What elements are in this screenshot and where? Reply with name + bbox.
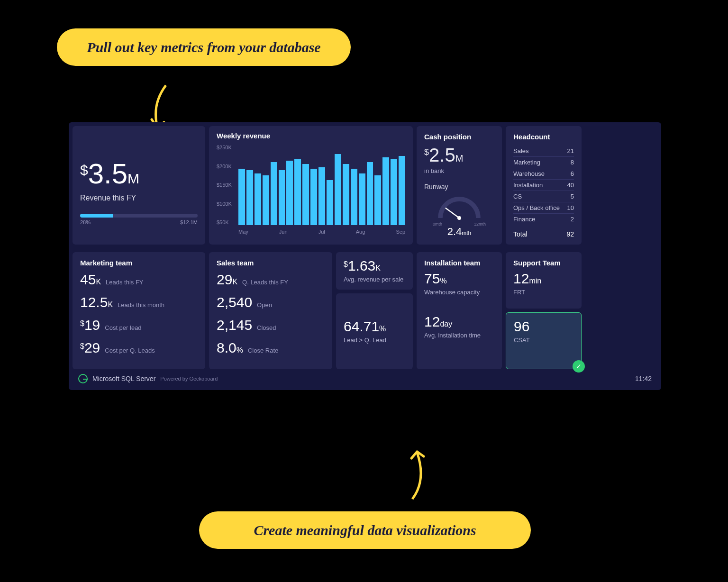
marketing-metrics: 45KLeads this FY12.5KLeads this month$19… <box>80 272 198 356</box>
avg-rev-label: Avg. revenue per sale <box>344 276 405 283</box>
chart-bar <box>327 180 333 225</box>
runway-gauge <box>424 193 494 222</box>
installation-title: Installation team <box>424 259 494 267</box>
runway-value: 2.4mth <box>424 226 494 238</box>
card-stack-support: Support Team 12min FRT 96 CSAT ✓ <box>506 252 582 369</box>
chart-bar <box>238 169 245 225</box>
weekly-revenue-chart: $250K$200K$150K$100K$50K MayJunJulAugSep <box>217 145 405 235</box>
revenue-fy-suffix: M <box>127 171 139 186</box>
support-title: Support Team <box>513 259 574 267</box>
metric-value: 8.0% <box>217 340 243 356</box>
headcount-title: Headcount <box>513 133 574 141</box>
headcount-row-label: Installation <box>513 182 543 189</box>
metric-number: 2,540 <box>217 294 252 310</box>
metric-prefix: $ <box>80 319 84 327</box>
chart-bar <box>302 164 309 225</box>
card-headcount: Headcount Sales21Marketing8Warehouse6Ins… <box>506 126 582 245</box>
avg-rev-suffix: K <box>375 264 381 272</box>
y-tick: $250K <box>217 145 232 150</box>
runway-number: 2.4 <box>447 226 462 237</box>
cash-value: $2.5M <box>424 146 494 164</box>
card-installation: Installation team 75% Warehouse capacity… <box>417 252 502 369</box>
headcount-total-value: 92 <box>566 230 574 238</box>
metric-number: 29 <box>217 272 232 287</box>
cash-suffix: M <box>455 153 464 164</box>
progress-bar <box>80 214 198 218</box>
chart-bar <box>351 169 357 225</box>
y-tick: $200K <box>217 164 232 169</box>
footer-source: Microsoft SQL Server <box>92 375 155 382</box>
chart-bar <box>382 157 389 225</box>
chart-bar <box>335 154 341 225</box>
metric-line: 8.0%Close Rate <box>217 340 325 356</box>
headcount-row: Marketing8 <box>513 157 574 168</box>
frt-label: FRT <box>513 289 574 296</box>
x-axis: MayJunJulAugSep <box>238 229 405 235</box>
metric-value: $19 <box>80 317 100 333</box>
check-icon: ✓ <box>573 360 585 373</box>
headcount-row-label: CS <box>513 193 522 200</box>
headcount-row-label: Sales <box>513 147 529 155</box>
x-tick: Aug <box>356 229 365 235</box>
chart-bar <box>263 175 269 225</box>
warehouse-cap-label: Warehouse capacity <box>424 289 494 296</box>
install-time-label: Avg. installation time <box>424 332 494 339</box>
metric-label: Closed <box>257 324 276 331</box>
headcount-row: Finance2 <box>513 214 574 225</box>
card-weekly-revenue: Weekly revenue $250K$200K$150K$100K$50K … <box>209 126 413 245</box>
y-tick: $100K <box>217 201 232 207</box>
metric-suffix: K <box>232 278 237 286</box>
headcount-row: Sales21 <box>513 146 574 157</box>
metric-label: Open <box>257 301 272 309</box>
headcount-row-label: Ops / Back office <box>513 204 560 211</box>
metric-value: $29 <box>80 340 100 356</box>
chart-bar <box>318 167 325 225</box>
card-cash-position: Cash position $2.5M in bank Runway 0mth … <box>417 126 502 245</box>
headcount-row-value: 5 <box>571 193 574 200</box>
headcount-row-value: 2 <box>571 216 574 223</box>
gauge-max: 12mth <box>474 222 486 227</box>
progress-target: $12.1M <box>180 219 198 225</box>
card-marketing: Marketing team 45KLeads this FY12.5KLead… <box>73 252 205 369</box>
metric-line: 12.5KLeads this month <box>80 294 198 310</box>
x-tick: Jul <box>318 229 325 235</box>
frt-value: 12min <box>513 272 574 286</box>
x-tick: Sep <box>396 229 405 235</box>
chart-bar <box>271 162 277 225</box>
headcount-total-label: Total <box>513 230 528 238</box>
chart-bar <box>359 173 365 225</box>
y-tick: $50K <box>217 219 232 225</box>
metric-number: 8.0 <box>217 340 237 355</box>
x-tick: Jun <box>279 229 288 235</box>
metric-value: 2,540 <box>217 294 252 310</box>
metric-number: 2,145 <box>217 317 252 333</box>
progress-fill <box>80 214 113 218</box>
headcount-total: Total 92 <box>513 225 574 238</box>
lead-conv-suffix: % <box>379 325 386 333</box>
headcount-row: Warehouse6 <box>513 168 574 180</box>
metric-value: 2,145 <box>217 317 252 333</box>
revenue-fy-label: Revenue this FY <box>80 194 198 202</box>
weekly-revenue-title: Weekly revenue <box>217 132 405 140</box>
metric-line: 2,540Open <box>217 294 325 310</box>
progress-pct: 28% <box>80 219 91 225</box>
lead-conv-number: 64.71 <box>344 318 379 334</box>
headcount-row-value: 10 <box>567 204 574 211</box>
headcount-row-value: 21 <box>567 147 574 155</box>
avg-rev-number: 1.63 <box>348 258 375 273</box>
marketing-title: Marketing team <box>80 259 198 267</box>
avg-rev-prefix: $ <box>344 260 348 268</box>
metric-label: Leads this month <box>118 301 164 309</box>
metric-number: 45 <box>80 272 96 287</box>
chart-bar <box>286 161 293 225</box>
headcount-row-label: Marketing <box>513 159 540 166</box>
metric-value: 12.5K <box>80 294 113 310</box>
metric-line: $29Cost per Q. Leads <box>80 340 198 356</box>
card-stack-kpi: $1.63K Avg. revenue per sale 64.71% Lead… <box>336 252 413 369</box>
card-csat: 96 CSAT ✓ <box>506 312 582 370</box>
dashboard-footer: Microsoft SQL Server Powered by Geckoboa… <box>73 369 657 386</box>
arrow-bottom-icon <box>393 442 431 504</box>
csat-label: CSAT <box>514 336 573 344</box>
metric-value: 45K <box>80 272 101 288</box>
cash-prefix: $ <box>424 147 429 157</box>
